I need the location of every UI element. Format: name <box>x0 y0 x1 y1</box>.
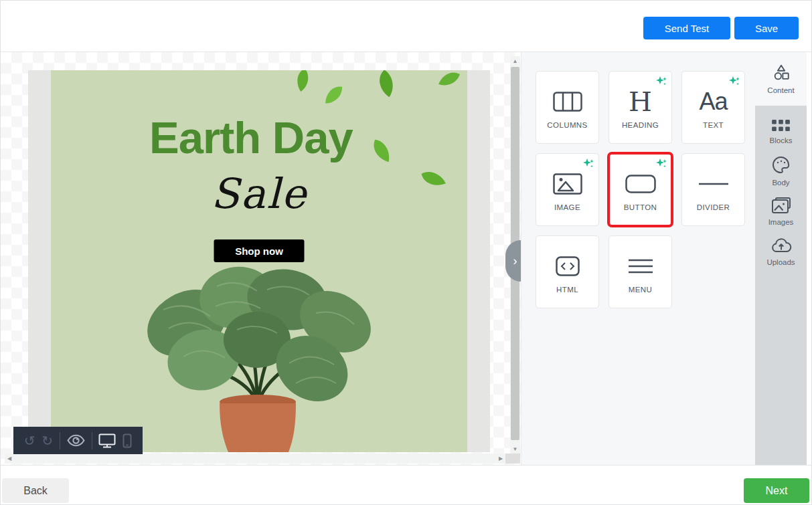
back-button[interactable]: Back <box>2 478 69 503</box>
block-label: IMAGE <box>554 203 580 211</box>
ai-sparkle-icon <box>655 76 667 90</box>
horizontal-scrollbar[interactable]: ◀ ▶ <box>5 453 505 464</box>
grid-icon <box>772 118 790 134</box>
html-icon <box>556 252 580 280</box>
block-card-menu[interactable]: MENU <box>608 235 672 308</box>
heading-icon: H <box>629 88 652 116</box>
block-label: MENU <box>629 286 652 294</box>
sidebar-tab-label: Uploads <box>766 258 795 266</box>
cloud-upload-icon <box>770 237 792 256</box>
bottom-bar: Back Next <box>1 465 811 505</box>
sidebar-tab-strip: ContentBlocksBodyImagesUploads <box>755 52 807 465</box>
photos-icon <box>771 197 791 215</box>
undo-icon[interactable]: ↺ <box>24 434 35 447</box>
block-card-text[interactable]: AaTEXT <box>681 71 745 144</box>
sidebar-tab-label: Content <box>767 86 794 94</box>
block-card-heading[interactable]: HHEADING <box>608 71 672 144</box>
sidebar-tab-body[interactable]: Body <box>755 153 807 190</box>
sidebar-tab-label: Body <box>772 179 789 187</box>
toolbar-divider <box>92 432 92 449</box>
panel-collapse-handle[interactable]: › <box>505 240 521 282</box>
sidebar-tab-content[interactable]: Content <box>755 52 807 106</box>
sidebar-tab-blocks[interactable]: Blocks <box>755 112 807 150</box>
sidebar-tab-label: Images <box>768 218 794 226</box>
plant-illustration <box>137 263 379 452</box>
send-test-button[interactable]: Send Test <box>643 17 730 39</box>
scroll-up-arrow[interactable]: ▲ <box>510 56 520 66</box>
block-card-button[interactable]: BUTTON <box>608 153 672 226</box>
redo-icon[interactable]: ↻ <box>42 434 53 447</box>
divider-icon <box>698 170 729 198</box>
scrollbar-corner <box>505 453 520 464</box>
next-button[interactable]: Next <box>744 478 809 503</box>
block-label: BUTTON <box>624 203 657 211</box>
hero-script-text[interactable]: Sale <box>211 169 307 218</box>
columns-icon <box>553 88 582 116</box>
preview-toolbar: ↺↻ <box>13 427 143 454</box>
email-preview[interactable]: Earth Day Sale Shop now <box>28 70 490 452</box>
block-card-divider[interactable]: DIVIDER <box>681 153 745 226</box>
block-label: DIVIDER <box>697 203 730 211</box>
shop-now-button[interactable]: Shop now <box>214 239 305 262</box>
sidebar-tab-images[interactable]: Images <box>755 193 807 230</box>
menu-icon <box>627 252 654 280</box>
scroll-right-arrow[interactable]: ▶ <box>496 453 505 464</box>
scroll-left-arrow[interactable]: ◀ <box>5 453 14 464</box>
image-icon <box>553 170 582 198</box>
block-label: COLUMNS <box>547 121 587 129</box>
sidebar-tab-uploads[interactable]: Uploads <box>755 233 807 270</box>
button-icon <box>625 170 656 198</box>
email-builder-app: Send Test Save Earth Day Sale <box>0 0 812 505</box>
block-card-image[interactable]: IMAGE <box>536 153 599 226</box>
toolbar-divider <box>60 432 60 449</box>
scroll-down-arrow[interactable]: ▼ <box>510 444 520 453</box>
palette-icon <box>772 156 791 176</box>
desktop-icon[interactable] <box>98 433 116 448</box>
email-hero-image[interactable]: Earth Day Sale Shop now <box>51 70 467 452</box>
text-icon: Aa <box>699 88 727 116</box>
block-label: TEXT <box>703 121 724 129</box>
top-bar: Send Test Save <box>1 1 811 52</box>
block-card-columns[interactable]: COLUMNS <box>536 71 599 144</box>
block-label: HTML <box>556 286 578 294</box>
chevron-right-icon: › <box>513 254 517 268</box>
block-card-html[interactable]: HTML <box>536 235 599 308</box>
hero-heading-text[interactable]: Earth Day <box>149 112 353 163</box>
mobile-icon[interactable] <box>123 433 132 448</box>
ai-sparkle-icon <box>655 158 667 173</box>
editor-canvas: Earth Day Sale Shop now <box>1 52 521 465</box>
ai-sparkle-icon <box>728 76 740 90</box>
block-label: HEADING <box>622 121 659 129</box>
sidebar-tab-label: Blocks <box>770 136 793 144</box>
ai-sparkle-icon <box>582 158 594 173</box>
save-button[interactable]: Save <box>734 17 799 39</box>
content-panel: COLUMNSHHEADINGAaTEXTIMAGEBUTTONDIVIDERH… <box>521 52 755 465</box>
blocks-grid: COLUMNSHHEADINGAaTEXTIMAGEBUTTONDIVIDERH… <box>536 71 745 308</box>
eye-icon[interactable] <box>67 434 85 447</box>
shapes-icon <box>772 64 791 84</box>
